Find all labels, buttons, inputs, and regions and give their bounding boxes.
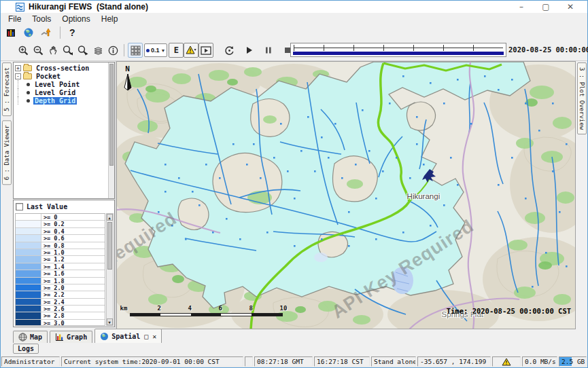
legend-row[interactable]: >= 0.4 <box>16 228 105 235</box>
tab-close-icon[interactable]: ✕ <box>152 333 156 340</box>
warning-threshold-button[interactable] <box>184 43 198 58</box>
legend-threshold-label: >= 0.6 <box>41 235 105 241</box>
tree-scrollbar[interactable] <box>108 62 114 198</box>
legend-threshold-label: >= 0.8 <box>41 242 105 249</box>
map-display-icon[interactable] <box>21 25 36 40</box>
legend-threshold-label: >= 2.4 <box>41 299 105 305</box>
tree-item-level-point[interactable]: Level Point <box>15 80 107 88</box>
tab-data-viewer[interactable]: 6 : Data Viewer <box>2 120 12 185</box>
map-canvas[interactable] <box>117 62 576 329</box>
info-icon[interactable] <box>105 43 120 58</box>
tab-plot-overview[interactable]: 3 : Plot Overview <box>577 62 587 134</box>
animation-movie-button[interactable] <box>198 43 213 58</box>
database-display-icon[interactable] <box>3 25 18 40</box>
legend-color-swatch <box>16 270 41 276</box>
pan-hand-icon[interactable] <box>46 43 60 58</box>
longitudinal-profile-button[interactable]: E <box>169 43 184 58</box>
legend-table: >= 0>= 0.2>= 0.4>= 0.6>= 0.8>= 1.0>= 1.2… <box>15 213 105 326</box>
scale-segment <box>160 314 191 316</box>
content-area: 5 : Forecast 6 : Data Viewer Cross-secti… <box>1 61 587 328</box>
legend-row[interactable]: >= 0.8 <box>16 242 105 249</box>
tab-graph[interactable]: Graph <box>50 331 92 343</box>
minimize-button[interactable]: – <box>517 2 526 12</box>
legend-color-swatch <box>16 299 41 305</box>
north-label: N <box>122 65 133 73</box>
app-logo-icon <box>16 3 24 12</box>
help-button[interactable]: ? <box>67 27 78 38</box>
tree-item-pocket[interactable]: Pocket <box>15 72 107 80</box>
last-value-checkbox[interactable] <box>16 203 23 210</box>
tree-connector <box>18 88 27 96</box>
tree-item-cross-section[interactable]: Cross-section <box>15 64 107 72</box>
legend-row[interactable]: >= 2.0 <box>16 284 105 291</box>
bullet-icon <box>27 83 30 86</box>
maximize-button[interactable]: ▢ <box>541 2 551 12</box>
menu-tools[interactable]: Tools <box>27 14 56 24</box>
scale-segment <box>252 314 282 316</box>
legend-row[interactable]: >= 1.8 <box>16 278 105 284</box>
legend-threshold-label: >= 2.8 <box>41 312 105 318</box>
pause-button[interactable] <box>261 43 276 58</box>
legend-row[interactable]: >= 1.2 <box>16 256 105 263</box>
legend-color-swatch <box>16 320 41 326</box>
scroll-down-icon[interactable]: ▼ <box>107 318 113 325</box>
tab-spatial[interactable]: Spatial □ ✕ <box>94 329 162 343</box>
scrollbar-thumb[interactable] <box>109 64 114 166</box>
map-viewport[interactable]: API Key Required API Key Required N Hiku… <box>116 61 576 329</box>
loop-animation-icon[interactable] <box>222 43 237 58</box>
legend-row[interactable]: >= 0 <box>16 214 105 221</box>
scroll-up-icon[interactable]: ▲ <box>107 214 113 221</box>
tab-maximize-icon[interactable]: □ <box>144 333 148 340</box>
close-button[interactable]: ✕ <box>566 2 575 12</box>
legend-scrollbar[interactable]: ▲ ▼ <box>106 213 114 326</box>
legend-threshold-label: >= 1.6 <box>41 270 105 276</box>
zoom-out-icon[interactable] <box>31 43 46 58</box>
legend-panel: Last Value >= 0>= 0.2>= 0.4>= 0.6>= 0.8>… <box>13 200 115 327</box>
contour-interval-dropdown[interactable]: 0.1 ▼ <box>144 43 167 57</box>
legend-row[interactable]: >= 1.0 <box>16 249 105 256</box>
zoom-previous-icon[interactable] <box>60 43 75 58</box>
zoom-in-icon[interactable] <box>16 43 31 58</box>
legend-row[interactable]: >= 2.4 <box>16 299 105 306</box>
logs-button[interactable]: Logs <box>13 344 39 354</box>
legend-color-swatch <box>16 214 41 220</box>
tree-item-level-grid[interactable]: Level Grid <box>15 88 107 96</box>
legend-row[interactable]: >= 2.6 <box>16 306 105 312</box>
toolbar-separator <box>124 44 124 56</box>
scrollbar-thumb[interactable] <box>107 222 112 270</box>
menu-help[interactable]: Help <box>97 14 123 24</box>
legend-row[interactable]: >= 2.2 <box>16 291 105 298</box>
layers-icon[interactable] <box>90 43 105 58</box>
legend-row[interactable]: >= 3.0 <box>16 320 105 326</box>
tree-item-depth-grid[interactable]: Depth Grid <box>15 96 107 105</box>
scale-tick-label: 8 <box>249 305 253 312</box>
legend-row[interactable]: >= 0.6 <box>16 235 105 242</box>
legend-row[interactable]: >= 1.4 <box>16 263 105 270</box>
play-button[interactable] <box>242 43 257 58</box>
legend-row[interactable]: >= 1.6 <box>16 270 105 277</box>
tree-connector <box>18 96 27 105</box>
collapse-icon[interactable] <box>15 73 21 79</box>
app-window: Hikurangi FEWS (Stand alone) – ▢ ✕ FileT… <box>0 0 588 368</box>
timeline-ticks <box>294 45 503 51</box>
menu-file[interactable]: File <box>3 14 26 24</box>
grid-display-button[interactable] <box>128 43 143 58</box>
tab-map[interactable]: Map <box>13 331 48 343</box>
title-bar: Hikurangi FEWS (Stand alone) – ▢ ✕ <box>1 1 587 13</box>
legend-row[interactable]: >= 2.8 <box>16 312 105 319</box>
legend-row[interactable]: >= 0.2 <box>16 221 105 227</box>
folder-icon <box>23 73 32 79</box>
timeline-slider[interactable] <box>290 43 506 57</box>
status-empty-cell <box>245 356 253 367</box>
legend-color-swatch <box>16 284 41 291</box>
chart-display-icon[interactable] <box>39 25 54 40</box>
legend-threshold-label: >= 0 <box>41 214 105 220</box>
status-warning-icon[interactable] <box>492 356 521 367</box>
zoom-next-icon[interactable] <box>75 43 90 58</box>
status-system-time: Current system time:2020-09-01 00:00 CST <box>61 356 243 367</box>
scale-tick-label: 10 <box>280 305 288 312</box>
expand-icon[interactable] <box>15 65 21 71</box>
menu-options[interactable]: Options <box>57 14 94 24</box>
current-datetime: 2020-08-25 00:00:00 CST <box>508 45 588 54</box>
tab-forecast[interactable]: 5 : Forecast <box>2 62 12 116</box>
